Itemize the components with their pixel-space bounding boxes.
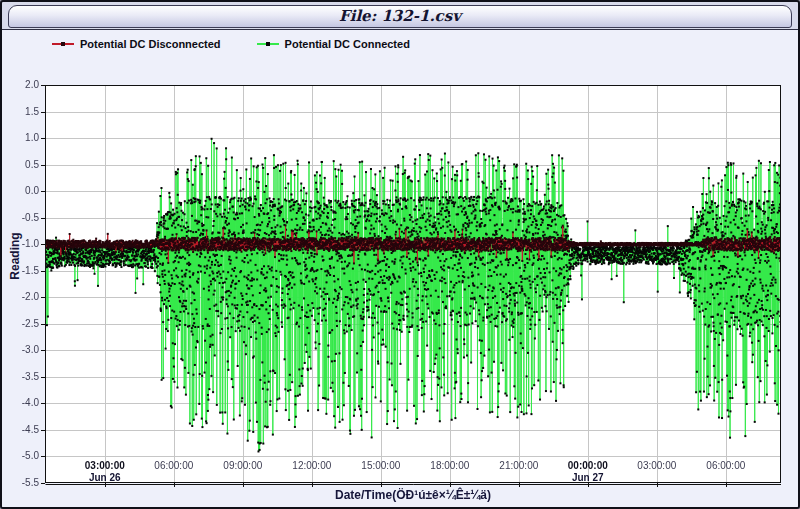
legend-item-connected: Potential DC Connected <box>257 38 410 50</box>
file-title: File: 132-1.csv <box>339 7 461 25</box>
legend-item-disconnected: Potential DC Disconnected <box>52 38 221 50</box>
y-tick--3.5: -3.5 <box>7 371 39 382</box>
x-tick-12: 12:00:00 <box>280 460 344 471</box>
x-tick-15: 15:00:00 <box>349 460 413 471</box>
x-tick-30: 06:00:00 <box>694 460 758 471</box>
x-tick-21: 21:00:00 <box>487 460 551 471</box>
x-tick-date-3: Jun 26 <box>73 472 137 483</box>
y-tick--1.5: -1.5 <box>7 265 39 276</box>
y-tick--5.0: -5.0 <box>7 450 39 461</box>
chart-legend: Potential DC Disconnected Potential DC C… <box>52 38 410 50</box>
x-tick-27: 03:00:00 <box>625 460 689 471</box>
x-axis-title: Date/Time(ÖÐ¹ú±ê×¼Ê±¼ä) <box>263 488 563 502</box>
legend-label-connected: Potential DC Connected <box>285 38 410 50</box>
y-tick--0.5: -0.5 <box>7 212 39 223</box>
x-tick-3: 03:00:00 <box>73 460 137 471</box>
y-tick--3.0: -3.0 <box>7 344 39 355</box>
x-tick-date-24: Jun 27 <box>556 472 620 483</box>
y-tick--4.0: -4.0 <box>7 397 39 408</box>
x-tick-9: 09:00:00 <box>211 460 275 471</box>
plot-area[interactable] <box>39 79 787 489</box>
x-tick-6: 06:00:00 <box>142 460 206 471</box>
legend-label-disconnected: Potential DC Disconnected <box>80 38 221 50</box>
y-tick-1.5: 1.5 <box>7 106 39 117</box>
x-tick-18: 18:00:00 <box>418 460 482 471</box>
y-tick-2.0: 2.0 <box>7 79 39 90</box>
legend-line-green-icon <box>257 43 279 45</box>
y-tick-1.0: 1.0 <box>7 132 39 143</box>
y-tick--1.0: -1.0 <box>7 238 39 249</box>
y-tick--2.0: -2.0 <box>7 291 39 302</box>
legend-line-red-icon <box>52 43 74 45</box>
y-tick--4.5: -4.5 <box>7 424 39 435</box>
app-window: File: 132-1.csv Potential DC Disconnecte… <box>0 0 800 509</box>
chart-region: Potential DC Disconnected Potential DC C… <box>2 30 798 507</box>
y-tick-0.0: 0.0 <box>7 185 39 196</box>
legend-marker-red-icon <box>61 42 65 46</box>
legend-marker-green-icon <box>266 42 270 46</box>
y-tick--2.5: -2.5 <box>7 318 39 329</box>
x-tick-24: 00:00:00 <box>556 460 620 471</box>
y-tick-0.5: 0.5 <box>7 159 39 170</box>
file-title-bar: File: 132-1.csv <box>8 5 792 28</box>
y-tick--5.5: -5.5 <box>7 477 39 488</box>
